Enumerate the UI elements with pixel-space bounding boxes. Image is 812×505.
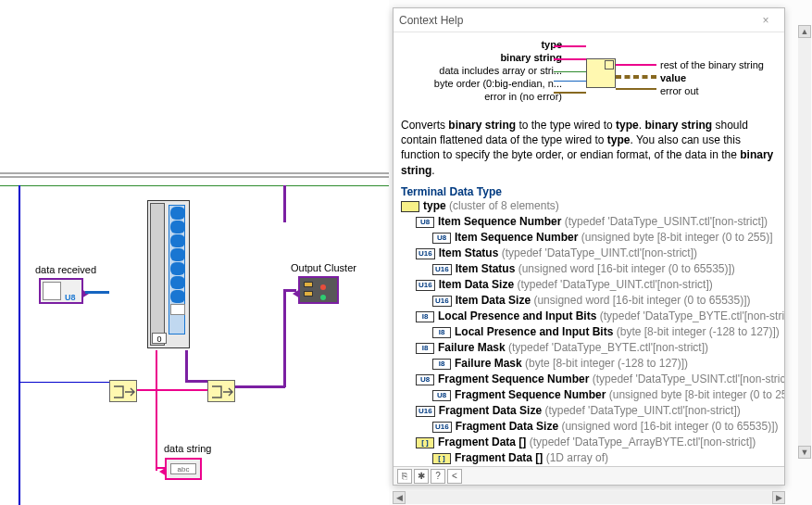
- datatype-chip: U8: [432, 390, 451, 401]
- help-button[interactable]: ?: [431, 469, 445, 484]
- datatype-chip: [ ]: [416, 437, 434, 448]
- datatype-chip: U16: [432, 422, 452, 433]
- terminal-name: Local Presence and Input Bits: [455, 325, 617, 338]
- tree-row: U16Item Status (typedef 'DataType_UINT.c…: [401, 246, 777, 261]
- terminal-name: Item Sequence Number: [438, 215, 565, 228]
- terminal-type: (unsigned byte [8-bit integer (0 to 255)…: [609, 388, 784, 401]
- terminal-name: Fragment Data Size: [456, 420, 562, 433]
- terminal-type: (typedef 'DataType_BYTE.ctl'[non-strict]…: [508, 341, 708, 354]
- show-optional-terminals-button[interactable]: ✱: [414, 469, 429, 484]
- numeric-icon: [43, 282, 61, 300]
- wire: [19, 185, 20, 505]
- terminal-name: Fragment Data Size: [439, 404, 545, 417]
- terminal-name: Item Sequence Number: [455, 231, 581, 244]
- tree-row: U8Item Sequence Number (typedef 'DataTyp…: [401, 214, 777, 230]
- tree-row: U16Fragment Data Size (unsigned word [16…: [401, 419, 777, 435]
- datatype-chip: U16: [432, 296, 452, 307]
- tree-row: U16Item Data Size (typedef 'DataType_UIN…: [401, 277, 777, 293]
- terminal-label: byte order (0:big-endian, n...: [434, 77, 562, 90]
- scroll-up-button[interactable]: ▲: [798, 25, 811, 38]
- terminal-name: Failure Mask: [438, 341, 508, 354]
- datatype-chip: U16: [416, 406, 435, 417]
- terminal-name: type: [423, 199, 449, 212]
- terminal-name: Item Status: [456, 262, 518, 275]
- unflatten-from-string-node[interactable]: [207, 380, 235, 402]
- wire: [137, 389, 207, 391]
- wire: [156, 350, 157, 471]
- lock-help-button[interactable]: ⎘: [397, 469, 412, 484]
- tree-row: [ ]Fragment Data [] (typedef 'DataType_A…: [401, 435, 777, 450]
- control-label: data received: [35, 264, 96, 275]
- terminal-type: (unsigned word [16-bit integer (0 to 655…: [533, 294, 750, 307]
- wire: [283, 185, 286, 222]
- datatype-chip: U16: [416, 248, 435, 259]
- wire: [156, 467, 165, 469]
- indicator-label: Output Cluster: [291, 262, 356, 273]
- terminal-type: (typedef 'DataType_UINT.ctl'[non-strict]…: [502, 246, 697, 259]
- tree-row: U16Item Status (unsigned word [16-bit in…: [401, 261, 777, 277]
- scroll-right-button[interactable]: ▶: [772, 491, 785, 504]
- tree-row: I8Local Presence and Input Bits (typedef…: [401, 309, 777, 324]
- terminal-name: Fragment Data []: [438, 436, 530, 448]
- terminal-type: (byte [8-bit integer (-128 to 127)]): [617, 325, 780, 338]
- terminal-type: (typedef 'DataType_UINT.ctl'[non-strict]…: [517, 278, 712, 291]
- terminal-type: (unsigned byte [8-bit integer (0 to 255)…: [581, 231, 773, 244]
- tree-row: I8Failure Mask (byte [8-bit integer (-12…: [401, 356, 777, 372]
- terminal-name: Item Data Size: [439, 278, 518, 291]
- scroll-left-button[interactable]: ◀: [393, 491, 406, 504]
- datatype-chip: I8: [416, 311, 434, 322]
- indicator-label: data string: [164, 443, 211, 454]
- tree-row: I8Local Presence and Input Bits (byte [8…: [401, 324, 777, 340]
- tree-row: type (cluster of 8 elements): [401, 198, 777, 214]
- datatype-chip: U16: [416, 280, 435, 291]
- terminal-type: (unsigned word [16-bit integer (0 to 655…: [518, 262, 735, 275]
- terminal-type: (unsigned word [16-bit integer (0 to 655…: [561, 420, 778, 433]
- datatype-chip: [ ]: [432, 453, 451, 464]
- terminal-name: Item Status: [439, 246, 502, 259]
- terminal-type: (typedef 'DataType_UINT.ctl'[non-strict]…: [544, 404, 740, 417]
- window-title: Context Help: [399, 14, 753, 27]
- function-icon: [586, 58, 616, 88]
- wire: [85, 291, 109, 294]
- terminal-type: (1D array of): [546, 451, 608, 464]
- datatype-chip: U16: [432, 264, 452, 275]
- data-received-control[interactable]: U8: [39, 278, 83, 304]
- structure-border: [0, 185, 389, 186]
- datatype-chip: I8: [416, 343, 434, 354]
- terminal-label: error out: [660, 84, 764, 97]
- vertical-scrollbar[interactable]: ▲ ▼: [798, 25, 811, 459]
- data-string-indicator[interactable]: abc: [165, 458, 202, 480]
- terminal-label: binary string: [434, 51, 562, 64]
- scroll-down-button[interactable]: ▼: [798, 446, 811, 459]
- terminal-name: Item Data Size: [456, 294, 534, 307]
- block-diagram-canvas[interactable]: data received U8 0 Output Cluster: [0, 0, 389, 505]
- context-help-toolbar: ⎘ ✱ ? <: [394, 466, 784, 485]
- wire: [235, 385, 285, 388]
- close-button[interactable]: ×: [753, 12, 779, 29]
- tree-row: U8Fragment Sequence Number (typedef 'Dat…: [401, 372, 777, 387]
- terminal-type: (typedef 'DataType_BYTE.ctl'[non-strict]…: [600, 309, 784, 322]
- context-help-body[interactable]: type binary string data includes array o…: [394, 32, 784, 466]
- datatype-tree: type (cluster of 8 elements)U8Item Seque…: [401, 198, 777, 466]
- array-constant[interactable]: 0: [147, 200, 190, 348]
- back-button[interactable]: <: [447, 469, 462, 484]
- tree-row: U8Fragment Sequence Number (unsigned byt…: [401, 387, 777, 403]
- wire: [19, 382, 109, 383]
- horizontal-scrollbar[interactable]: ◀ ▶: [393, 491, 785, 504]
- terminal-label: rest of the binary string: [660, 58, 764, 71]
- unflatten-from-string-node[interactable]: [109, 380, 137, 402]
- terminal-name: Local Presence and Input Bits: [438, 309, 600, 322]
- datatype-glyph: U8: [65, 293, 76, 302]
- tree-row: [ ]Fragment Data [] (1D array of): [401, 450, 777, 466]
- context-help-titlebar[interactable]: Context Help ×: [394, 8, 784, 32]
- output-cluster-indicator[interactable]: [298, 276, 339, 304]
- datatype-chip: U8: [416, 217, 434, 228]
- wire: [283, 289, 286, 387]
- terminal-name: Fragment Sequence Number: [455, 388, 609, 401]
- terminal-label: value: [660, 71, 764, 84]
- datatype-chip: I8: [432, 359, 451, 370]
- array-index[interactable]: 0: [152, 333, 167, 344]
- context-help-window[interactable]: Context Help × type binary string data i…: [393, 7, 785, 486]
- tree-row: U16Fragment Data Size (typedef 'DataType…: [401, 403, 777, 419]
- function-description: Converts binary string to the type wired…: [401, 118, 777, 178]
